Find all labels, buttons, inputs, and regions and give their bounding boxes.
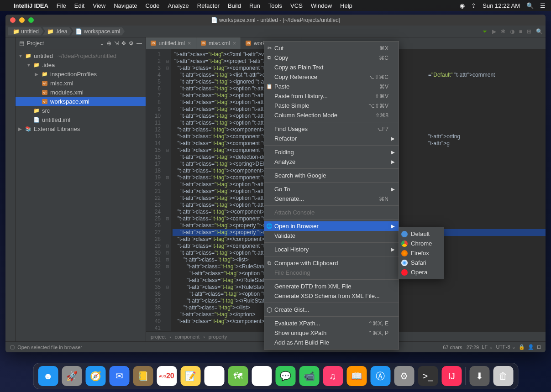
spotlight-icon[interactable]: 🔍 <box>526 2 534 9</box>
breadcrumb-item[interactable]: 📁 untitled <box>8 27 43 36</box>
run-icon[interactable]: ▶ <box>492 28 496 35</box>
open-in-browser-submenu[interactable]: DefaultChromeFirefoxSafariOpera <box>399 227 444 279</box>
menu-analyze[interactable]: Analyze <box>168 2 189 9</box>
dock-app-intellij[interactable]: IJ <box>441 366 462 386</box>
dock-app-reminders[interactable]: ☑ <box>204 366 224 386</box>
context-menu-item[interactable]: Evaluate XPath...⌃⌘X, E <box>264 319 399 328</box>
tool-locate-icon[interactable]: ⊕ <box>107 40 111 47</box>
window-minimize-button[interactable] <box>19 17 25 23</box>
debug-icon[interactable]: ✱ <box>501 28 505 35</box>
menu-navigate[interactable]: Navigate <box>114 2 137 9</box>
menu-tools[interactable]: Tools <box>268 2 282 9</box>
menu-build[interactable]: Build <box>228 2 241 9</box>
status-encoding[interactable]: UTF-8 ⌄ <box>496 344 515 350</box>
menu-window[interactable]: Window <box>311 2 332 9</box>
menu-vcs[interactable]: VCS <box>290 2 303 9</box>
dock-app-mail[interactable]: ✉ <box>109 366 129 386</box>
dock-app-calendar[interactable]: AUG20 <box>157 366 177 386</box>
context-menu-item[interactable]: Column Selection Mode⇧⌘8 <box>264 110 399 120</box>
tree-item-untitled-iml[interactable]: 📄untitled.iml <box>16 115 146 124</box>
clock[interactable]: Sun 12:22 AM <box>483 2 520 9</box>
menu-file[interactable]: File <box>57 2 66 9</box>
tool-collapse-icon[interactable]: ⇲ <box>114 40 119 47</box>
status-icon[interactable]: ▢ <box>10 344 15 350</box>
window-close-button[interactable] <box>10 17 16 23</box>
project-tool-label[interactable]: Project <box>27 40 44 47</box>
context-menu-item[interactable]: Refactor▶ <box>264 134 399 143</box>
editor-tab[interactable]: ‹/›untitled.iml× <box>146 37 196 49</box>
dock-app-launchpad[interactable]: 🚀 <box>62 366 82 386</box>
toolbar-icon[interactable]: ⏷ <box>482 28 488 35</box>
context-menu-item[interactable]: ⧉Copy⌘C <box>264 53 399 63</box>
breadcrumb-item[interactable]: 📄 workspace.xml <box>71 27 125 36</box>
context-menu-item[interactable]: Search with Google <box>264 171 399 180</box>
tree-item-modules-xml[interactable]: ‹/›modules.xml <box>16 88 146 97</box>
browser-option-safari[interactable]: Safari <box>399 258 444 267</box>
status-more-icon[interactable]: ⊟ <box>537 344 541 350</box>
app-name[interactable]: IntelliJ IDEA <box>14 2 48 9</box>
dock-app-finder[interactable]: ☻ <box>38 366 58 386</box>
context-menu-item[interactable]: 📋Paste⌘V <box>264 82 399 91</box>
context-menu-item[interactable]: Paste from History...⇧⌘V <box>264 91 399 101</box>
context-menu-item[interactable]: Generate...⌘N <box>264 194 399 204</box>
status-caret-position[interactable]: 27:29 <box>467 345 479 350</box>
stop-icon[interactable]: ■ <box>519 28 522 35</box>
siri-icon[interactable]: ◉ <box>460 2 465 9</box>
dock-app-contacts[interactable]: 📒 <box>133 366 153 386</box>
project-tree[interactable]: ▼📁untitled~/IdeaProjects/untitled▼📁.idea… <box>16 49 146 135</box>
context-menu-item[interactable]: Generate XSD Schema from XML File... <box>264 291 399 301</box>
status-line-sep[interactable]: LF ⌄ <box>482 344 493 350</box>
dock-app-trash[interactable]: 🗑 <box>493 366 513 386</box>
context-menu-item[interactable]: Paste Simple⌥⇧⌘V <box>264 101 399 110</box>
menu-refactor[interactable]: Refactor <box>197 2 220 9</box>
dock-app-preferences[interactable]: ⚙ <box>394 366 414 386</box>
editor-context-menu[interactable]: ✂Cut⌘X⧉Copy⌘CCopy as Plain TextCopy Refe… <box>264 41 399 350</box>
dock-app-downloads[interactable]: ⬇ <box>469 366 489 386</box>
context-menu-item[interactable]: Show unique XPath⌃⌘X, P <box>264 328 399 338</box>
macos-dock[interactable]: ☻🚀🧭✉📒AUG20📝☑🗺❀💬📹♫📖Ⓐ⚙>_IJ⬇🗑 <box>33 363 518 389</box>
browser-option-default[interactable]: Default <box>399 229 444 239</box>
tree-item--idea[interactable]: ▼📁.idea <box>16 60 146 69</box>
context-menu-item[interactable]: Validate <box>264 231 399 240</box>
tree-item-untitled[interactable]: ▼📁untitled~/IdeaProjects/untitled <box>16 51 146 60</box>
dock-app-photos[interactable]: ❀ <box>252 366 272 386</box>
tool-gear-icon[interactable]: ⚙ <box>129 40 134 47</box>
context-menu-item[interactable]: 🌐Open in Browser▶ <box>264 221 399 231</box>
dock-app-terminal[interactable]: >_ <box>418 366 438 386</box>
menu-code[interactable]: Code <box>145 2 159 9</box>
dock-app-ibooks[interactable]: 📖 <box>346 366 367 386</box>
close-tab-icon[interactable]: × <box>233 40 236 47</box>
tree-item-External-Libraries[interactable]: ▶📚External Libraries <box>16 124 146 133</box>
tree-item-inspectionProfiles[interactable]: ▶📁inspectionProfiles <box>16 69 146 78</box>
context-menu-item[interactable]: Copy as Plain Text <box>264 63 399 72</box>
dock-app-safari[interactable]: 🧭 <box>85 366 105 386</box>
browser-option-firefox[interactable]: Firefox <box>399 248 444 258</box>
dock-app-messages[interactable]: 💬 <box>275 366 295 386</box>
context-menu-item[interactable]: Local History▶ <box>264 245 399 254</box>
dock-app-facetime[interactable]: 📹 <box>299 366 319 386</box>
tool-hide-icon[interactable]: — <box>136 40 142 47</box>
editor-tab[interactable]: ‹/›misc.xml× <box>196 37 241 49</box>
tool-settings-icon[interactable]: ✥ <box>121 40 126 47</box>
dock-app-maps[interactable]: 🗺 <box>228 366 248 386</box>
menu-extras-icon[interactable]: ☰ <box>540 2 546 9</box>
context-menu-item[interactable]: ⧉Compare with Clipboard <box>264 258 399 268</box>
search-everywhere-icon[interactable]: 🔍 <box>536 28 543 35</box>
context-menu-item[interactable]: ✂Cut⌘X <box>264 43 399 53</box>
fold-column[interactable]: ⊟⊟⊟⊟⊟⊟⊟⊟⊟⊟ <box>164 49 171 331</box>
menu-run[interactable]: Run <box>249 2 260 9</box>
context-menu-item[interactable]: Add as Ant Build File <box>264 338 399 347</box>
layout-icon[interactable]: ⊞ <box>527 28 531 35</box>
menu-view[interactable]: View <box>93 2 105 9</box>
context-menu-item[interactable]: Go To▶ <box>264 184 399 194</box>
browser-option-chrome[interactable]: Chrome <box>399 239 444 248</box>
context-menu-item[interactable]: Analyze▶ <box>264 157 399 167</box>
dock-app-notes[interactable]: 📝 <box>180 366 200 386</box>
notification-icon[interactable]: ⇪ <box>471 2 476 9</box>
context-menu-item[interactable]: Find Usages⌥F7 <box>264 124 399 134</box>
dock-app-appstore[interactable]: Ⓐ <box>370 366 390 386</box>
browser-option-opera[interactable]: Opera <box>399 267 444 277</box>
tool-dropdown-icon[interactable]: ⌄ <box>100 40 104 47</box>
coverage-icon[interactable]: ◑ <box>510 28 514 35</box>
context-menu-item[interactable]: Generate DTD from XML File <box>264 282 399 291</box>
